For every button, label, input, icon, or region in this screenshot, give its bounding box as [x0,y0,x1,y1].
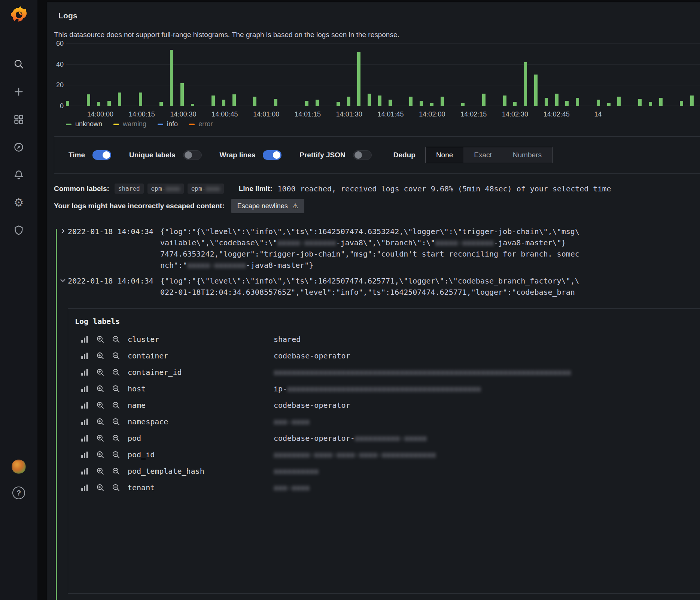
filter-out-icon[interactable] [112,385,120,393]
search-icon[interactable] [13,58,24,70]
filter-out-icon[interactable] [112,401,120,409]
log-options-bar: TimeUnique labelsWrap linesPrettify JSON… [54,136,700,174]
histogram-bar [617,97,621,106]
toggle-time[interactable] [92,150,111,160]
legend-item-info[interactable]: info [158,120,178,128]
stats-icon[interactable] [80,335,89,343]
log-timestamp: 2022-01-18 14:04:34 [68,275,160,298]
collapse-chevron-icon[interactable] [60,277,68,298]
label-value: xxx-xxxx [274,417,310,426]
escape-newlines-button[interactable]: Escape newlines ⚠ [231,199,304,213]
histogram-bar [680,101,683,106]
label-name: pod_template_hash [128,467,274,476]
dedup-option-exact[interactable]: Exact [463,147,502,163]
filter-for-icon[interactable] [96,434,104,442]
stats-icon[interactable] [80,385,89,393]
legend-swatch-info [158,124,163,125]
toggle-item-prettify-json: Prettify JSON [299,150,371,160]
filter-out-icon[interactable] [112,335,120,343]
histogram-bar [253,97,256,106]
stats-icon[interactable] [80,451,89,459]
toggle-knob [185,151,192,159]
legend-swatch-error [189,124,195,125]
x-axis-label: 14:02:30 [502,110,528,118]
legend-item-unknown[interactable]: unknown [66,120,102,128]
histogram-bar [211,96,215,106]
legend-item-warning[interactable]: warning [113,120,146,128]
filter-for-icon[interactable] [96,385,104,393]
histogram-bar [368,94,371,106]
create-icon[interactable] [13,86,24,97]
histogram-bar [316,100,319,106]
legend-item-error[interactable]: error [189,120,213,128]
y-axis-label: 0 [60,102,64,110]
filter-for-icon[interactable] [96,484,104,492]
stats-icon[interactable] [80,368,89,376]
label-value: xxx-xxxx [274,483,310,492]
configuration-gear-icon[interactable]: ⚙ [13,197,24,208]
toggle-unique-labels[interactable] [183,150,202,160]
filter-for-icon[interactable] [96,352,104,360]
log-line: 7474.6353242,"logger":"trigger-job-chain… [160,248,700,260]
histogram-bar [524,62,527,106]
histogram-bar [118,93,121,106]
toggle-label-prettify-json: Prettify JSON [299,151,345,159]
log-rows: 2022-01-18 14:04:34{"log":"{\"level\":\"… [54,226,700,594]
toggle-label-wrap-lines: Wrap lines [220,151,256,159]
stats-icon[interactable] [80,401,89,409]
avatar-image [12,460,26,474]
expand-chevron-icon[interactable] [60,228,68,271]
grafana-logo[interactable] [9,4,28,24]
dedup-label: Dedup [393,151,416,159]
stats-icon[interactable] [80,434,89,442]
histogram-bar [482,94,486,106]
dedup-option-numbers[interactable]: Numbers [502,147,552,163]
filter-for-icon[interactable] [96,368,104,376]
toggle-prettify-json[interactable] [353,150,372,160]
toggle-wrap-lines[interactable] [263,150,281,160]
dashboards-icon[interactable] [13,114,24,125]
filter-for-icon[interactable] [96,467,104,475]
filter-for-icon[interactable] [96,418,104,426]
explore-compass-icon[interactable] [13,142,24,153]
x-axis-label: 14:00:15 [129,110,155,118]
filter-out-icon[interactable] [112,467,120,475]
server-admin-shield-icon[interactable] [13,225,24,236]
stats-icon[interactable] [80,352,89,360]
help-icon[interactable]: ? [12,487,25,499]
label-row: container_idxxxxxxxxxxxxxxxxxxxxxxxxxxxx… [75,364,700,381]
stats-icon[interactable] [80,484,89,492]
common-labels-row: Common labels: sharedepm-xxxxepm-xxxx Li… [54,184,700,194]
filter-out-icon[interactable] [112,484,120,492]
label-row: tenantxxx-xxxx [75,479,700,496]
filter-out-icon[interactable] [112,451,120,459]
filter-out-icon[interactable] [112,368,120,376]
filter-out-icon[interactable] [112,418,120,426]
label-row: pod_template_hashxxxxxxxxxx [75,463,700,479]
log-row: 2022-01-18 14:04:34{"log":"{\"level\":\"… [60,226,700,271]
filter-out-icon[interactable] [112,434,120,442]
user-avatar[interactable] [12,460,26,474]
filter-for-icon[interactable] [96,401,104,409]
x-axis-label: 14:02:45 [544,110,570,118]
label-name: container_id [128,368,274,377]
label-name: pod_id [128,450,274,459]
filter-out-icon[interactable] [112,352,120,360]
stats-icon[interactable] [80,467,89,475]
log-labels-panel: Log labels clustersharedcontainercodebas… [68,308,700,594]
dedup-option-none[interactable]: None [426,147,463,163]
label-value: xxxxxxxxxx [274,467,319,476]
alerting-bell-icon[interactable] [13,169,24,181]
label-name: host [128,384,274,393]
histogram-bar [170,50,173,106]
line-limit-value: 1000 reached, received logs cover 9.68% … [277,184,611,193]
histogram-bar [409,97,413,106]
toggle-knob [354,151,362,159]
logs-histogram: 6040200 14:00:0014:00:1514:00:3014:00:45… [54,43,700,128]
histogram-notice: This datasource does not support full-ra… [54,31,700,39]
stats-icon[interactable] [80,418,89,426]
label-value: xxxxxxxx-xxxx-xxxx-xxxx-xxxxxxxxxxxx [274,450,436,459]
filter-for-icon[interactable] [96,451,104,459]
filter-for-icon[interactable] [96,335,104,343]
label-value: codebase-operator-xxxxxxxxxx-xxxxx [274,434,427,443]
